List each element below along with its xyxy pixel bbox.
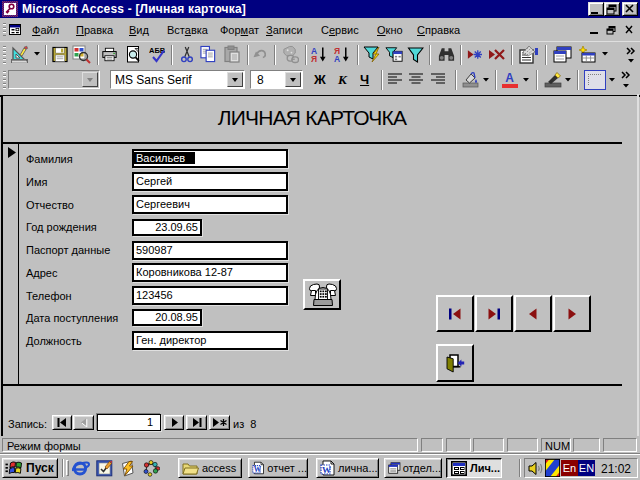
svg-text:Я: Я [311, 55, 317, 65]
svg-text:W: W [254, 465, 262, 474]
svg-text:А: А [334, 55, 340, 65]
svg-text:W: W [322, 465, 331, 475]
